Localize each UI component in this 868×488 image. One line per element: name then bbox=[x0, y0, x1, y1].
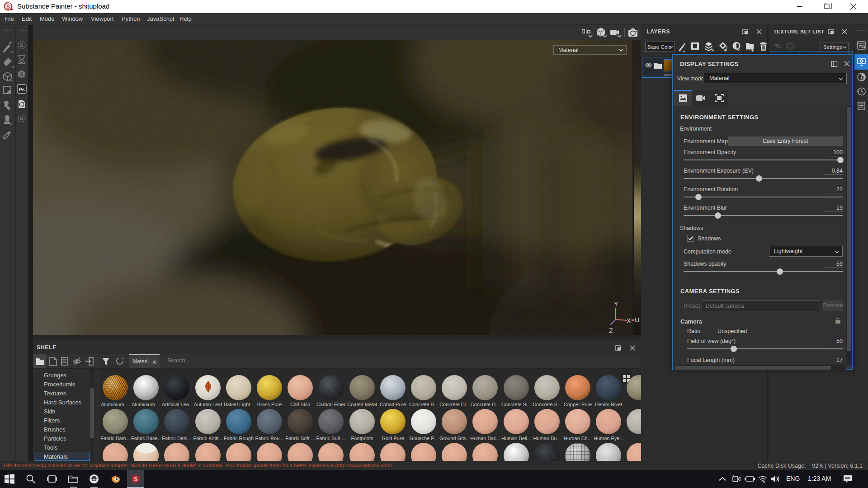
svg-text:i: i bbox=[790, 44, 791, 49]
svg-text:Y: Y bbox=[614, 300, 618, 308]
svg-text:S: S bbox=[20, 116, 23, 121]
svg-text:Ps: Ps bbox=[19, 87, 24, 92]
svg-text:S: S bbox=[20, 42, 23, 48]
svg-text:S: S bbox=[20, 71, 23, 77]
svg-text:S: S bbox=[134, 476, 137, 483]
svg-text:S: S bbox=[6, 4, 10, 10]
svg-text:X: X bbox=[627, 317, 631, 324]
svg-text:Z: Z bbox=[609, 327, 613, 334]
